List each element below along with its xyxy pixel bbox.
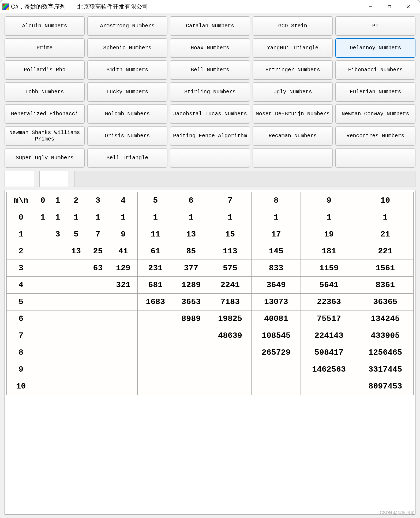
table-cell (109, 344, 137, 361)
table-cell (87, 344, 109, 361)
table-cell: 113 (209, 243, 252, 260)
table-cell: 598417 (301, 344, 357, 361)
sequence-button-sphenic-numbers[interactable]: Sphenic Numbers (87, 38, 167, 58)
sequence-button-catalan-numbers[interactable]: Catalan Numbers (170, 16, 250, 36)
table-cell: 17 (251, 226, 301, 243)
table-cell (173, 378, 209, 395)
table-cell: 61 (138, 243, 173, 260)
table-row-header: 1 (7, 226, 35, 243)
sequence-button-gcd-stein[interactable]: GCD Stein (253, 16, 333, 36)
maximize-icon (387, 5, 392, 9)
table-cell: 9 (109, 226, 137, 243)
sequence-button-delannoy-numbers[interactable]: Delannoy Numbers (335, 38, 415, 58)
table-cell (35, 277, 50, 294)
sequence-button-eulerian-numbers[interactable]: Eulerian Numbers (335, 82, 415, 102)
table-cell (138, 327, 173, 344)
table-cell: 181 (301, 243, 357, 260)
sequence-button-ugly-numbers[interactable]: Ugly Numbers (253, 82, 333, 102)
table-cell: 1 (357, 209, 413, 226)
sequence-button-empty (170, 148, 250, 168)
table-row-header: 7 (7, 327, 35, 344)
sequence-button-bell-triangle[interactable]: Bell Triangle (87, 148, 167, 168)
sequence-button-prime[interactable]: Prime (5, 38, 85, 58)
close-icon (406, 5, 410, 9)
input-box-1[interactable] (5, 171, 34, 187)
sequence-button-grid: Alcuin NumbersArmstrong NumbersCatalan N… (5, 16, 415, 168)
sequence-button-pollard-s-rho[interactable]: Pollard's Rho (5, 60, 85, 80)
table-row-header: 10 (7, 378, 35, 395)
sequence-button-generalized-fibonacci[interactable]: Generalized Fibonacci (5, 104, 85, 124)
table-cell: 7183 (209, 294, 252, 310)
sequence-button-recaman-numbers[interactable]: Recaman Numbers (253, 126, 333, 146)
table-cell (50, 361, 65, 378)
sequence-button-armstrong-numbers[interactable]: Armstrong Numbers (87, 16, 167, 36)
sequence-button-newman-conway-numbers[interactable]: Newman Conway Numbers (335, 104, 415, 124)
table-cell: 3317445 (357, 361, 413, 378)
sequence-button-orisis-numbers[interactable]: Orisis Numbers (87, 126, 167, 146)
table-container: m\n0123456789100111111111111357911131517… (5, 190, 415, 515)
sequence-button-bell-numbers[interactable]: Bell Numbers (170, 60, 250, 80)
table-cell: 575 (209, 260, 252, 277)
table-col-header: 9 (301, 192, 357, 209)
table-cell: 8989 (173, 310, 209, 327)
table-cell: 1 (251, 209, 301, 226)
table-cell: 7 (87, 226, 109, 243)
table-cell: 1 (109, 209, 137, 226)
table-cell (35, 260, 50, 277)
table-cell: 19825 (209, 310, 252, 327)
sequence-button-smith-numbers[interactable]: Smith Numbers (87, 60, 167, 80)
table-cell: 41 (109, 243, 137, 260)
minimize-button[interactable] (361, 1, 380, 12)
table-cell (109, 294, 137, 310)
sequence-button-paiting-fence-algorithm[interactable]: Paiting Fence Algorithm (170, 126, 250, 146)
sequence-button-jacobstal-lucas-numbers[interactable]: Jacobstal Lucas Numbers (170, 104, 250, 124)
table-row-header: 9 (7, 361, 35, 378)
table-col-header: 1 (50, 192, 65, 209)
table-cell (50, 327, 65, 344)
table-cell: 5641 (301, 277, 357, 294)
table-cell: 433905 (357, 327, 413, 344)
table-corner: m\n (7, 192, 35, 209)
table-cell: 1 (138, 209, 173, 226)
table-cell (87, 294, 109, 310)
table-cell (65, 260, 87, 277)
maximize-button[interactable] (380, 1, 399, 12)
table-cell (50, 277, 65, 294)
sequence-button-pi[interactable]: PI (335, 16, 415, 36)
sequence-button-lucky-numbers[interactable]: Lucky Numbers (87, 82, 167, 102)
table-col-header: 8 (251, 192, 301, 209)
table-cell (50, 243, 65, 260)
close-button[interactable] (399, 1, 418, 12)
sequence-button-moser-de-bruijn-numbers[interactable]: Moser De-Bruijn Numbers (253, 104, 333, 124)
sequence-button-rencontres-numbers[interactable]: Rencontres Numbers (335, 126, 415, 146)
sequence-button-alcuin-numbers[interactable]: Alcuin Numbers (5, 16, 85, 36)
table-cell (87, 327, 109, 344)
table-cell (87, 378, 109, 395)
table-cell: 3 (50, 226, 65, 243)
status-bar (74, 171, 415, 187)
table-cell (138, 378, 173, 395)
table-cell: 1 (301, 209, 357, 226)
table-col-header: 6 (173, 192, 209, 209)
sequence-button-lobb-numbers[interactable]: Lobb Numbers (5, 82, 85, 102)
table-cell (65, 344, 87, 361)
sequence-button-hoax-numbers[interactable]: Hoax Numbers (170, 38, 250, 58)
sequence-button-super-ugly-numbers[interactable]: Super Ugly Numbers (5, 148, 85, 168)
minimize-icon (369, 5, 373, 9)
table-cell (87, 310, 109, 327)
table-row-header: 8 (7, 344, 35, 361)
window-title: C#，奇妙的数字序列——北京联高软件开发有限公司 (11, 3, 361, 11)
watermark: CSDN @深度混淆 (380, 510, 415, 516)
table-cell: 48639 (209, 327, 252, 344)
table-cell: 8361 (357, 277, 413, 294)
table-cell (87, 361, 109, 378)
sequence-button-golomb-numbers[interactable]: Golomb Numbers (87, 104, 167, 124)
input-box-2[interactable] (39, 171, 69, 187)
sequence-button-newman-shanks-williams-primes[interactable]: Newman Shanks Williams Primes (5, 126, 85, 146)
sequence-button-entringer-numbers[interactable]: Entringer Numbers (253, 60, 333, 80)
sequence-button-fibonacci-numbers[interactable]: Fibonacci Numbers (335, 60, 415, 80)
sequence-button-yanghui-triangle[interactable]: YangHui Triangle (253, 38, 333, 58)
delannoy-table: m\n0123456789100111111111111357911131517… (6, 192, 414, 395)
sequence-button-stirling-numbers[interactable]: Stirling Numbers (170, 82, 250, 102)
table-cell: 681 (138, 277, 173, 294)
